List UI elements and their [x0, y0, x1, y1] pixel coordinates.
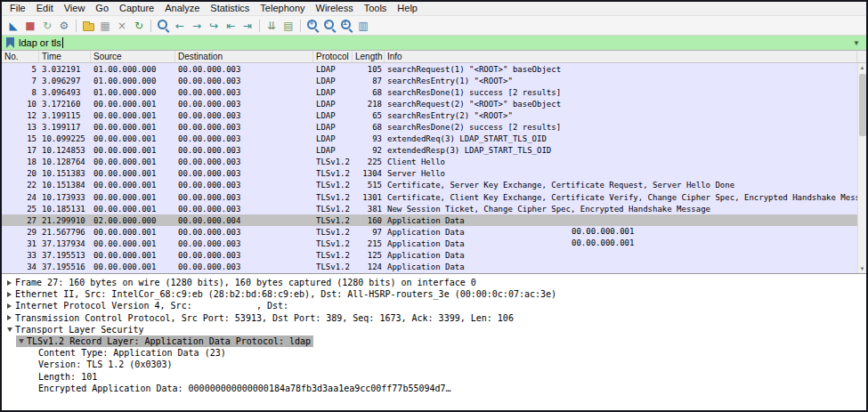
go-back-icon[interactable]: ← [172, 18, 188, 34]
packet-row[interactable]: 2921.56779600.00.000.00100.00.000.003TLS… [2, 226, 857, 238]
packet-row[interactable]: 3337.19551300.00.000.00100.00.000.003TLS… [2, 250, 857, 262]
menu-go[interactable]: Go [90, 2, 114, 15]
last-packet-icon[interactable]: ⇥ [239, 18, 256, 34]
menu-edit[interactable]: Edit [31, 2, 59, 15]
detail-text: Internet Protocol Version 4, Src: , Dst: [15, 301, 288, 311]
menu-telephony[interactable]: Telephony [255, 2, 310, 15]
packet-row[interactable]: 73.09629701.00.000.00000.00.000.003LDAP8… [2, 75, 857, 86]
packet-row[interactable]: 1710.12485300.00.000.00100.00.000.003LDA… [2, 145, 857, 157]
expand-arrow-icon[interactable] [7, 315, 15, 320]
cell-proto: LDAP [313, 111, 353, 120]
menu-analyze[interactable]: Analyze [159, 2, 205, 15]
packet-row[interactable]: 133.19911700.00.000.00100.00.000.003LDAP… [2, 121, 857, 133]
menu-file[interactable]: File [4, 2, 31, 15]
cell-dst: 00.00.000.003 [175, 88, 313, 97]
auto-scroll-icon[interactable]: ⇊ [264, 18, 280, 34]
go-to-packet-icon[interactable]: ↪ [206, 18, 222, 34]
column-header-protocol[interactable]: Protocol [313, 51, 353, 62]
menu-help[interactable]: Help [392, 2, 423, 15]
open-file-icon[interactable] [80, 18, 96, 34]
main-toolbar: ◣■↻⚙▦×↻←→↪⇤⇥⇊▤+-1▥ [2, 16, 866, 36]
collapse-arrow-icon[interactable] [7, 327, 15, 332]
cell-proto: LDAP [313, 123, 353, 132]
detail-line[interactable]: Transport Layer Security [2, 324, 866, 335]
zoom-in-icon[interactable]: + [304, 18, 320, 34]
packet-row[interactable]: 1510.09922500.00.000.00100.00.000.003LDA… [2, 133, 857, 145]
filter-bookmark-icon[interactable] [6, 37, 14, 48]
scroll-up-icon[interactable]: ▲ [860, 63, 865, 72]
capture-options-icon[interactable]: ⚙ [56, 18, 72, 34]
detail-line[interactable]: Content Type: Application Data (23) [2, 347, 866, 359]
stop-capture-icon[interactable]: ■ [22, 18, 38, 34]
scrollbar-thumb[interactable] [859, 74, 866, 136]
detail-line[interactable]: Ethernet II, Src: IntelCor_68:c9:eb (28:… [2, 288, 866, 300]
cell-len: 1304 [353, 169, 385, 178]
detail-line[interactable]: Frame 27: 160 bytes on wire (1280 bits),… [2, 277, 866, 288]
filter-dropdown-icon[interactable]: ▼ [853, 39, 860, 47]
reload-icon[interactable]: ↻ [131, 18, 147, 34]
menu-wireless[interactable]: Wireless [311, 2, 359, 15]
cell-info: searchRequest(2) "<ROOT>" baseObject [385, 100, 857, 109]
column-header-time[interactable]: Time [39, 51, 91, 62]
cell-no: 15 [2, 134, 39, 143]
column-header-destination[interactable]: Destination [175, 51, 313, 62]
expand-arrow-icon[interactable] [7, 280, 15, 286]
column-header-length[interactable]: Length [353, 51, 385, 62]
packet-row[interactable]: 2210.15138400.00.000.00100.00.000.003TLS… [2, 180, 857, 191]
packet-row[interactable]: 3137.13793400.00.000.00100.00.000.003TLS… [2, 238, 857, 249]
cell-len: 381 [353, 205, 385, 214]
detail-line[interactable]: Transmission Control Protocol, Src Port:… [2, 312, 866, 324]
detail-line[interactable]: Internet Protocol Version 4, Src: , Dst: [2, 300, 866, 311]
menu-view[interactable]: View [59, 2, 91, 15]
detail-line-content: Frame 27: 160 bytes on wire (1280 bits),… [4, 277, 479, 288]
cell-no: 5 [2, 65, 39, 74]
packet-row[interactable]: 3437.19551600.00.000.00100.00.000.003TLS… [2, 262, 857, 273]
detail-line[interactable]: TLSv1.2 Record Layer: Application Data P… [2, 335, 866, 347]
zoom-original-icon[interactable]: 1 [338, 18, 354, 34]
colorize-icon[interactable]: ▤ [280, 18, 296, 34]
cell-proto: TLSv1.2 [313, 216, 353, 225]
cell-len: 105 [353, 65, 385, 74]
detail-line[interactable]: Encrypted Application Data: 000000000000… [2, 383, 866, 394]
first-packet-icon[interactable]: ⇤ [223, 18, 239, 34]
resize-columns-icon[interactable]: ▥ [355, 18, 371, 34]
packet-row[interactable]: 2721.29991002.00.000.00000.00.000.004TLS… [2, 214, 857, 226]
cell-no: 33 [2, 251, 39, 260]
go-forward-icon[interactable]: → [189, 18, 205, 34]
packet-row[interactable]: 2010.15138300.00.000.00100.00.000.003TLS… [2, 168, 857, 180]
packet-row[interactable]: 123.19911500.00.000.00100.00.000.003LDAP… [2, 109, 857, 121]
column-header-no[interactable]: No. [2, 51, 39, 62]
cell-info: Application Data [385, 216, 857, 225]
column-header-info[interactable]: Info [385, 51, 857, 62]
packet-row[interactable]: 1810.12876400.00.000.00100.00.000.003TLS… [2, 157, 857, 168]
find-packet-icon[interactable] [155, 18, 171, 34]
packet-row[interactable]: 103.17216000.00.000.00100.00.000.003LDAP… [2, 98, 857, 109]
restart-capture-icon[interactable]: ↻ [39, 18, 55, 34]
cell-time: 3.172160 [39, 100, 91, 109]
packet-list-scrollbar[interactable]: ▲ ▼ [857, 63, 866, 273]
start-capture-icon[interactable]: ◣ [5, 18, 21, 34]
save-file-icon[interactable]: ▦ [97, 18, 113, 34]
scroll-down-icon[interactable]: ▼ [860, 264, 865, 273]
packet-row[interactable]: 2410.17393300.00.000.00100.00.000.003TLS… [2, 191, 857, 203]
packet-row[interactable]: 2510.18513100.00.000.00100.00.000.003TLS… [2, 203, 857, 214]
detail-line[interactable]: Version: TLS 1.2 (0x0303) [2, 359, 866, 370]
menu-statistics[interactable]: Statistics [205, 2, 255, 15]
zoom-out-icon[interactable]: - [321, 18, 337, 34]
packet-row[interactable]: 83.09649301.00.000.00000.00.000.003LDAP6… [2, 86, 857, 98]
collapse-arrow-icon[interactable] [19, 339, 27, 343]
close-file-icon[interactable]: × [114, 18, 130, 34]
display-filter-input[interactable]: ldap or tls [19, 36, 853, 50]
packet-row[interactable]: 53.03219101.00.000.00000.00.000.003LDAP1… [2, 63, 857, 75]
detail-text: Content Type: Application Data (23) [38, 348, 226, 358]
detail-text: Transport Layer Security [15, 325, 144, 335]
cell-no: 10 [2, 100, 39, 109]
menu-capture[interactable]: Capture [114, 2, 159, 15]
cell-len: 215 [353, 239, 385, 248]
menu-tools[interactable]: Tools [359, 2, 393, 15]
expand-arrow-icon[interactable] [7, 292, 15, 297]
detail-line-content: Encrypted Application Data: 000000000000… [28, 383, 454, 394]
detail-line[interactable]: Length: 101 [2, 371, 866, 383]
expand-arrow-icon[interactable] [7, 303, 15, 309]
column-header-source[interactable]: Source [91, 51, 175, 62]
